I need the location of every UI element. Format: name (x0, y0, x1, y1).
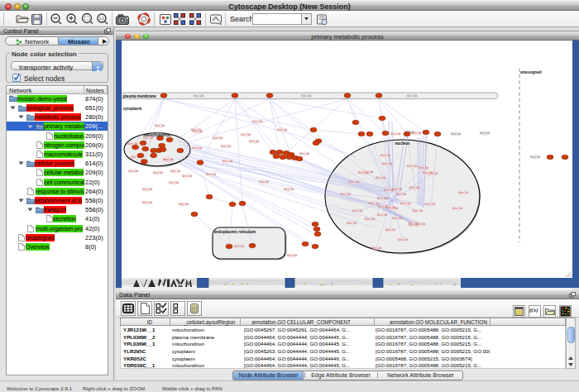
svg-text:Gene-lab: Gene-lab (182, 174, 193, 178)
svg-text:Gene-lab: Gene-lab (163, 158, 174, 161)
svg-text:Gene-lab: Gene-lab (259, 180, 270, 184)
svg-text:Gene-lab: Gene-lab (425, 203, 436, 206)
svg-text:Gene-lab: Gene-lab (365, 218, 376, 221)
svg-text:Gene-lab: Gene-lab (153, 171, 164, 174)
svg-text:plasma membrane: plasma membrane (123, 94, 157, 98)
svg-text:Gene-lab: Gene-lab (347, 222, 357, 225)
svg-text:Gene-lab: Gene-lab (349, 180, 360, 184)
svg-text:Gene-lab: Gene-lab (390, 132, 401, 136)
svg-text:Gene-lab: Gene-lab (358, 171, 369, 174)
svg-text:Gene-lab: Gene-lab (169, 181, 179, 184)
svg-text:Gene-lab: Gene-lab (407, 94, 418, 98)
svg-text:Gene-lab: Gene-lab (458, 191, 469, 194)
svg-text:Gene-lab: Gene-lab (423, 171, 433, 174)
svg-text:Gene-lab: Gene-lab (530, 155, 541, 159)
svg-text:Gene-lab: Gene-lab (352, 209, 363, 213)
svg-text:Gene-lab: Gene-lab (451, 132, 462, 136)
svg-text:Gene-lab: Gene-lab (341, 193, 352, 196)
svg-text:Gene-lab: Gene-lab (128, 170, 139, 173)
svg-text:Gene-lab: Gene-lab (369, 202, 380, 205)
svg-text:Gene-lab: Gene-lab (415, 222, 426, 226)
svg-text:Search:: Search: (230, 15, 256, 23)
svg-text:cytoplasm: cytoplasm (123, 107, 142, 111)
svg-text:Gene-lab: Gene-lab (376, 176, 386, 179)
svg-text:Gene-lab: Gene-lab (241, 133, 251, 136)
svg-text:Gene-lab: Gene-lab (299, 152, 310, 155)
svg-text:Gene-lab: Gene-lab (192, 146, 203, 150)
svg-text:Gene-lab: Gene-lab (142, 188, 153, 191)
svg-text:Gene-lab: Gene-lab (287, 254, 298, 257)
svg-text:Gene-lab: Gene-lab (407, 165, 418, 168)
svg-text:Gene-lab: Gene-lab (392, 188, 403, 191)
svg-text:Gene-lab: Gene-lab (382, 162, 393, 165)
svg-text:Gene-lab: Gene-lab (452, 207, 463, 210)
svg-text:Gene-lab: Gene-lab (284, 188, 294, 191)
svg-text:Gene-lab: Gene-lab (170, 170, 181, 173)
svg-text:Gene-lab: Gene-lab (398, 238, 409, 241)
svg-text:Gene-lab: Gene-lab (413, 209, 423, 213)
svg-text:unassigned: unassigned (520, 70, 542, 74)
svg-text:Gene-lab: Gene-lab (380, 154, 391, 157)
svg-text:Gene-lab: Gene-lab (223, 160, 233, 163)
svg-text:nucleus: nucleus (395, 141, 409, 146)
svg-text:Gene-lab: Gene-lab (213, 136, 223, 140)
svg-text:Gene-lab: Gene-lab (206, 173, 217, 176)
svg-text:Gene-lab: Gene-lab (480, 131, 490, 135)
svg-text:Gene-lab: Gene-lab (194, 94, 204, 98)
svg-text:Gene-lab: Gene-lab (179, 203, 189, 206)
svg-text:Gene-lab: Gene-lab (142, 201, 153, 204)
svg-text:endoplasmic reticulum: endoplasmic reticulum (214, 230, 256, 234)
svg-text:Gene-lab: Gene-lab (301, 94, 312, 98)
svg-text:1:1: 1:1 (99, 17, 105, 21)
svg-text:Gene-lab: Gene-lab (234, 245, 245, 248)
svg-text:Gene-lab: Gene-lab (396, 193, 407, 196)
svg-text:Gene-lab: Gene-lab (400, 202, 411, 205)
svg-text:Gene-lab: Gene-lab (392, 217, 403, 220)
svg-text:Gene-lab: Gene-lab (221, 145, 232, 148)
svg-text:Gene-lab: Gene-lab (419, 166, 429, 170)
svg-text:Gene-lab: Gene-lab (385, 228, 396, 232)
svg-text:Gene-lab: Gene-lab (193, 130, 203, 133)
svg-text:Gene-lab: Gene-lab (252, 120, 263, 123)
svg-text:Gene-lab: Gene-lab (371, 246, 382, 250)
svg-text:Gene-lab: Gene-lab (385, 206, 396, 209)
svg-text:Gene-lab: Gene-lab (411, 131, 422, 135)
svg-text:Gene-lab: Gene-lab (409, 186, 420, 189)
svg-text:Gene-lab: Gene-lab (377, 197, 388, 200)
svg-text:mitochondrion: mitochondrion (143, 133, 171, 137)
svg-text:Gene-lab: Gene-lab (155, 124, 165, 127)
svg-text:Gene-lab: Gene-lab (249, 140, 260, 143)
svg-text:Gene-lab: Gene-lab (377, 213, 388, 217)
svg-text:Gene-lab: Gene-lab (277, 128, 288, 131)
